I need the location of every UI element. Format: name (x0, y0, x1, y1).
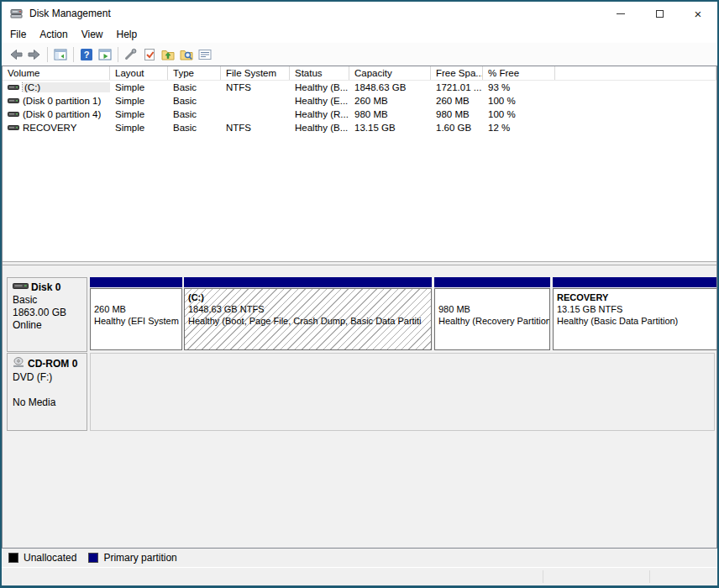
cell-fs: NTFS (221, 123, 290, 133)
close-icon: × (695, 8, 702, 20)
partition-efi[interactable]: 260 MB Healthy (EFI System (90, 277, 182, 352)
cell-type: Basic (168, 96, 221, 106)
column-header-volume[interactable]: Volume (3, 66, 110, 80)
partition-status: Healthy (Basic Data Partition) (557, 315, 716, 327)
toolbar-separator (73, 47, 74, 62)
folder-export-icon[interactable] (159, 46, 177, 63)
table-row-partition4[interactable]: (Disk 0 partition 4) Simple Basic Health… (3, 108, 716, 121)
minimize-button[interactable] (601, 2, 640, 25)
partition-color-bar (434, 277, 550, 287)
legend-bar: Unallocated Primary partition (2, 549, 717, 567)
volume-name: (Disk 0 partition 4) (23, 109, 101, 119)
cell-layout: Simple (110, 82, 168, 92)
partition-size: 13.15 GB NTFS (557, 303, 716, 315)
column-header-status[interactable]: Status (290, 66, 349, 80)
partition-name: (C:) (188, 291, 429, 303)
partition-name (438, 291, 548, 303)
folder-search-icon[interactable] (177, 46, 196, 63)
svg-text:?: ? (84, 50, 90, 60)
disk-volume-icon (8, 110, 19, 118)
legend-primary-partition: Primary partition (88, 552, 176, 564)
legend-unallocated: Unallocated (8, 552, 76, 564)
drive-letter: DVD (F:) (13, 371, 85, 384)
disk-volume-icon (8, 97, 19, 105)
checklist-icon[interactable] (140, 46, 159, 63)
volume-name: (C:) (23, 82, 110, 92)
disk-management-icon (10, 7, 24, 20)
disk-management-window: Disk Management × File Action View Help (0, 0, 719, 588)
partition-c-selected[interactable]: (C:) 1848.63 GB NTFS Healthy (Boot, Page… (184, 277, 432, 352)
table-row-recovery[interactable]: RECOVERY Simple Basic NTFS Healthy (B...… (3, 121, 716, 134)
partition-recovery-volume[interactable]: RECOVERY 13.15 GB NTFS Healthy (Basic Da… (553, 277, 716, 352)
column-header-capacity[interactable]: Capacity (349, 66, 431, 80)
cell-capacity: 260 MB (349, 96, 431, 106)
cell-pct-free: 100 % (483, 96, 555, 106)
cell-pct-free: 100 % (483, 109, 555, 119)
disk-volume-icon (8, 123, 19, 132)
volume-list-pane: Volume Layout Type File System Status Ca… (3, 66, 716, 261)
cell-pct-free: 12 % (483, 123, 555, 133)
details-icon[interactable] (196, 46, 214, 63)
table-row-partition1[interactable]: (Disk 0 partition 1) Simple Basic Health… (3, 94, 716, 108)
partition-color-bar (553, 277, 716, 287)
volume-name: RECOVERY (23, 123, 76, 133)
action-pane-icon[interactable] (96, 46, 114, 63)
close-button[interactable]: × (679, 2, 717, 25)
partition-name (94, 291, 180, 303)
maximize-button[interactable] (640, 2, 679, 25)
menu-view[interactable]: View (75, 27, 110, 42)
legend-label: Unallocated (24, 552, 76, 564)
cell-status: Healthy (B... (290, 82, 349, 92)
primary-partition-swatch (88, 553, 98, 563)
window-title: Disk Management (29, 8, 111, 19)
forward-icon[interactable] (25, 46, 44, 63)
cdrom-label[interactable]: CD-ROM 0 DVD (F:) No Media (7, 353, 87, 431)
status-bar-divider (649, 570, 650, 583)
disk-name: Disk 0 (31, 281, 60, 294)
maximize-icon (656, 10, 664, 18)
column-header-layout[interactable]: Layout (110, 66, 168, 80)
partition-color-bar (184, 277, 432, 287)
volume-table-header: Volume Layout Type File System Status Ca… (3, 66, 716, 81)
status-bar-divider (543, 570, 543, 583)
cell-status: Healthy (R... (290, 109, 349, 119)
cell-capacity: 1848.63 GB (349, 82, 431, 92)
partition-status: Healthy (Recovery Partition) (438, 315, 548, 327)
column-header-type[interactable]: Type (168, 66, 221, 80)
menu-file[interactable]: File (3, 27, 33, 42)
cell-fs: NTFS (221, 82, 290, 92)
menu-help[interactable]: Help (110, 27, 144, 42)
partition-status: Healthy (Boot, Page File, Crash Dump, Ba… (188, 315, 429, 327)
cell-layout: Simple (110, 109, 168, 119)
table-row-c[interactable]: (C:) Simple Basic NTFS Healthy (B... 184… (3, 81, 716, 94)
column-header-free-space[interactable]: Free Spa... (431, 66, 483, 80)
partition-name: RECOVERY (557, 291, 716, 303)
help-icon[interactable]: ? (77, 46, 96, 63)
console-tree-icon[interactable] (51, 46, 70, 63)
cd-rom-icon (13, 357, 25, 371)
menu-action[interactable]: Action (33, 27, 74, 42)
titlebar: Disk Management × (2, 2, 717, 25)
back-icon[interactable] (7, 46, 25, 63)
partition-status: Healthy (EFI System (94, 315, 180, 327)
cell-free: 980 MB (431, 109, 483, 119)
partition-size: 260 MB (94, 303, 180, 315)
column-header-file-system[interactable]: File System (221, 66, 290, 80)
disk0-label[interactable]: Disk 0 Basic 1863.00 GB Online (7, 277, 87, 352)
column-header-pct-free[interactable]: % Free (483, 66, 555, 80)
cell-type: Basic (168, 123, 221, 133)
cell-free: 1721.01 ... (431, 82, 483, 92)
device-icon[interactable] (122, 46, 140, 63)
toolbar-separator (47, 47, 48, 62)
cdrom-media-area[interactable] (90, 353, 715, 431)
volume-name: (Disk 0 partition 1) (23, 96, 101, 106)
partition-recovery-980[interactable]: 980 MB Healthy (Recovery Partition) (434, 277, 550, 352)
disk-type: Basic (13, 294, 85, 307)
cell-free: 1.60 GB (431, 123, 483, 133)
disk-size: 1863.00 GB (13, 307, 85, 319)
unallocated-swatch (8, 553, 18, 563)
cell-free: 260 MB (431, 96, 483, 106)
cell-capacity: 13.15 GB (349, 123, 431, 133)
partition-color-bar (90, 277, 182, 287)
status-bar (2, 567, 717, 585)
